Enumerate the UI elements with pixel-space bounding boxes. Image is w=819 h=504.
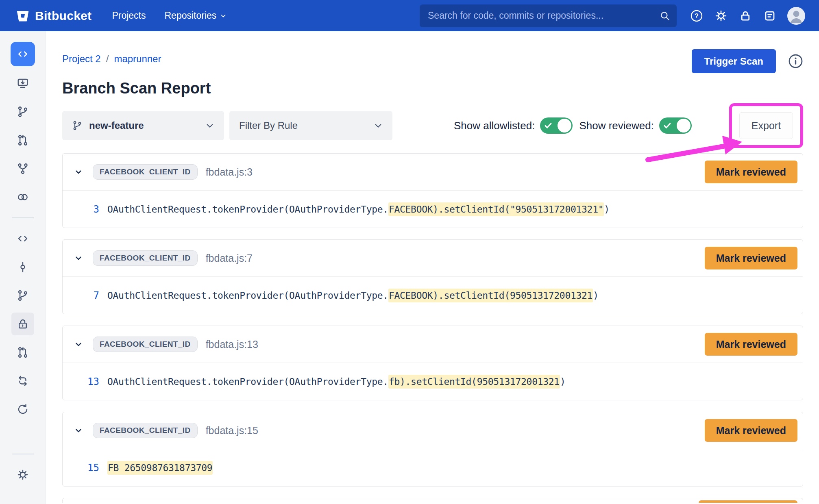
- mark-reviewed-button[interactable]: [699, 500, 797, 503]
- show-allowlisted-toggle[interactable]: [540, 117, 573, 134]
- show-allowlisted-label: Show allowlisted:: [454, 119, 535, 132]
- code-snippet: 13 OAuthClientRequest.tokenProvider(OAut…: [63, 363, 803, 400]
- sidebar-divider: [12, 454, 34, 454]
- code-snippet: 3 OAuthClientRequest.tokenProvider(OAuth…: [63, 190, 803, 228]
- branch-icon[interactable]: [11, 100, 34, 123]
- sidebar-divider: [12, 217, 34, 218]
- code-snippet: 15 FB 2650987631873709: [63, 449, 803, 486]
- left-sidebar: [0, 31, 46, 504]
- show-reviewed-label: Show reviewed:: [579, 119, 654, 132]
- nav-repositories-label: Repositories: [164, 10, 216, 21]
- rule-filter-value: Filter By Rule: [239, 120, 374, 131]
- rule-filter-select[interactable]: Filter By Rule: [229, 111, 392, 140]
- toggle-knob: [677, 119, 690, 133]
- code-line: OAuthClientRequest.tokenProvider(OAuthPr…: [107, 290, 599, 301]
- svg-text:?: ?: [695, 13, 699, 20]
- header-actions: Trigger Scan: [692, 49, 803, 73]
- finding-card: FACEBOOK_CLIENT_ID fbdata.js:13 Mark rev…: [62, 326, 803, 400]
- finding-card: FACEBOOK_CLIENT_ID fbdata.js:7 Mark revi…: [62, 239, 803, 314]
- check-icon: [663, 121, 672, 130]
- avatar[interactable]: [787, 7, 805, 25]
- brand-name: Bitbucket: [35, 9, 91, 23]
- code-line-number: 7: [81, 290, 99, 301]
- fork-icon[interactable]: [11, 157, 34, 180]
- source-code-icon[interactable]: [11, 227, 34, 250]
- code-line-number: 13: [81, 376, 99, 387]
- secret-highlight: FACEBOOK).setClientId("950513172001321": [388, 202, 604, 216]
- compare-icon[interactable]: [11, 369, 34, 392]
- code-line: FB 2650987631873709: [107, 463, 213, 473]
- mark-reviewed-button[interactable]: Mark reviewed: [705, 419, 797, 442]
- branch-icon: [72, 120, 83, 131]
- findings-list: FACEBOOK_CLIENT_ID fbdata.js:3 Mark revi…: [62, 153, 803, 503]
- breadcrumb-repo-link[interactable]: maprunner: [114, 53, 161, 65]
- clone-icon[interactable]: [11, 72, 34, 95]
- top-nav: Bitbucket Projects Repositories ?: [0, 0, 819, 31]
- breadcrumb-separator: /: [106, 53, 109, 65]
- branch-select-value: new-feature: [89, 120, 199, 131]
- feedback-icon[interactable]: [763, 9, 777, 23]
- sync-icon[interactable]: [11, 398, 34, 421]
- finding-location: fbdata.js:3: [206, 166, 253, 178]
- breadcrumb-project-link[interactable]: Project 2: [62, 53, 101, 65]
- nav-projects[interactable]: Projects: [112, 10, 146, 21]
- rule-badge: FACEBOOK_CLIENT_ID: [93, 164, 198, 180]
- page-title: Branch Scan Report: [62, 80, 803, 97]
- help-icon[interactable]: ?: [690, 9, 704, 23]
- sidebar-bottom: [0, 450, 46, 492]
- secret-highlight: fb).setClientId(950513172001321: [388, 375, 560, 389]
- bitbucket-home-link[interactable]: Bitbucket: [16, 9, 91, 23]
- security-lock-icon[interactable]: [11, 313, 34, 335]
- collapse-chevron-icon[interactable]: [74, 426, 83, 435]
- primary-nav: Projects Repositories: [112, 10, 227, 21]
- finding-card: FACEBOOK_CLIENT_ID fbdata.js:15 Mark rev…: [62, 412, 803, 487]
- pipelines-icon[interactable]: [11, 186, 34, 209]
- code-line: OAuthClientRequest.tokenProvider(OAuthPr…: [107, 376, 565, 387]
- page-header: Project 2 / maprunner Trigger Scan: [62, 49, 803, 73]
- finding-card-header: FACEBOOK_CLIENT_ID fbdata.js:13 Mark rev…: [63, 326, 803, 363]
- pull-requests-icon[interactable]: [11, 341, 34, 364]
- mark-reviewed-button[interactable]: Mark reviewed: [705, 161, 797, 183]
- nav-icon-group: ?: [690, 7, 805, 25]
- info-icon[interactable]: [788, 54, 803, 69]
- rule-badge: FACEBOOK_CLIENT_ID: [93, 337, 198, 352]
- finding-location: fbdata.js:13: [206, 339, 258, 350]
- chevron-down-icon: [220, 13, 227, 19]
- collapse-chevron-icon[interactable]: [74, 340, 83, 349]
- nav-repositories[interactable]: Repositories: [164, 10, 227, 21]
- finding-card-header: FACEBOOK_CLIENT_ID fbdata.js:15 Mark rev…: [63, 412, 803, 449]
- code-line-number: 15: [81, 462, 99, 474]
- mark-reviewed-button[interactable]: Mark reviewed: [705, 333, 797, 356]
- settings-gear-icon[interactable]: [11, 463, 34, 486]
- finding-location: fbdata.js:15: [206, 425, 258, 437]
- search-icon: [660, 11, 670, 21]
- lock-icon[interactable]: [738, 9, 752, 23]
- mark-reviewed-button[interactable]: Mark reviewed: [705, 247, 797, 269]
- collapse-chevron-icon[interactable]: [74, 167, 83, 176]
- search-input[interactable]: [428, 10, 660, 21]
- export-button[interactable]: Export: [739, 112, 793, 139]
- search-bar[interactable]: [420, 4, 677, 27]
- finding-card: FACEBOOK_CLIENT_ID fbdata.js:3 Mark revi…: [62, 153, 803, 228]
- branches-icon[interactable]: [11, 284, 34, 307]
- commit-icon[interactable]: [11, 256, 34, 278]
- finding-card-partial: [62, 498, 803, 503]
- bitbucket-logo-icon: [16, 9, 30, 23]
- main-content: Project 2 / maprunner Trigger Scan Branc…: [46, 31, 819, 504]
- settings-gear-icon[interactable]: [714, 9, 728, 23]
- repository-icon[interactable]: [11, 42, 35, 66]
- show-reviewed-toggle[interactable]: [659, 117, 692, 134]
- filter-row: new-feature Filter By Rule Show allowlis…: [62, 111, 803, 140]
- breadcrumb: Project 2 / maprunner: [62, 49, 161, 65]
- collapse-chevron-icon[interactable]: [74, 254, 83, 263]
- branch-select[interactable]: new-feature: [62, 111, 224, 140]
- secret-highlight: FACEBOOK).setClientId(950513172001321: [388, 289, 593, 302]
- rule-badge: FACEBOOK_CLIENT_ID: [93, 423, 198, 438]
- finding-card-header: FACEBOOK_CLIENT_ID fbdata.js:7 Mark revi…: [63, 240, 803, 276]
- pull-request-icon[interactable]: [11, 129, 34, 152]
- trigger-scan-button[interactable]: Trigger Scan: [692, 49, 776, 73]
- secret-highlight: FB 2650987631873709: [107, 461, 213, 475]
- export-annotation-box: Export: [729, 103, 803, 148]
- finding-card-header: FACEBOOK_CLIENT_ID fbdata.js:3 Mark revi…: [63, 154, 803, 190]
- code-line: OAuthClientRequest.tokenProvider(OAuthPr…: [107, 204, 610, 215]
